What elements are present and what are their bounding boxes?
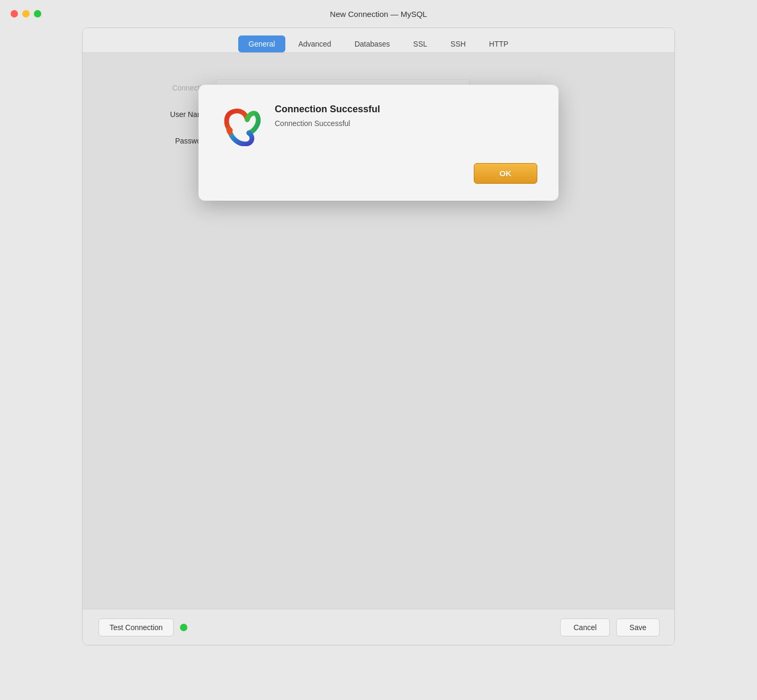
main-window: General Advanced Databases SSL SSH HTTP …	[82, 28, 675, 645]
dialog-message: Connection Successful	[275, 119, 537, 128]
tab-http[interactable]: HTTP	[479, 35, 519, 52]
dialog-text-area: Connection Successful Connection Success…	[275, 104, 537, 128]
close-button[interactable]	[11, 10, 18, 17]
dialog-title: Connection Successful	[275, 104, 537, 115]
tab-ssl[interactable]: SSL	[403, 35, 438, 52]
save-button[interactable]: Save	[616, 618, 660, 636]
test-connection-button[interactable]: Test Connection	[98, 618, 174, 636]
cancel-button[interactable]: Cancel	[560, 618, 610, 636]
dialog-overlay: Connection Successful Connection Success…	[83, 53, 674, 609]
dialog-bottom: OK	[220, 163, 537, 184]
title-bar: New Connection — MySQL	[0, 0, 757, 28]
content-area: Connection User Name: Password: Save pas…	[83, 53, 674, 609]
tab-general[interactable]: General	[238, 35, 286, 52]
navicat-logo-icon	[220, 104, 262, 146]
tab-ssh[interactable]: SSH	[440, 35, 476, 52]
connection-status-indicator	[180, 624, 187, 631]
tab-databases[interactable]: Databases	[344, 35, 401, 52]
bottom-bar: Test Connection Cancel Save	[83, 609, 675, 645]
tab-advanced[interactable]: Advanced	[287, 35, 341, 52]
window-title: New Connection — MySQL	[330, 10, 427, 19]
window-controls	[11, 10, 41, 17]
dialog-top: Connection Successful Connection Success…	[220, 104, 537, 146]
maximize-button[interactable]	[34, 10, 41, 17]
ok-button[interactable]: OK	[474, 163, 538, 184]
success-dialog: Connection Successful Connection Success…	[199, 85, 558, 201]
minimize-button[interactable]	[22, 10, 30, 17]
tabs-bar: General Advanced Databases SSL SSH HTTP	[83, 28, 674, 53]
